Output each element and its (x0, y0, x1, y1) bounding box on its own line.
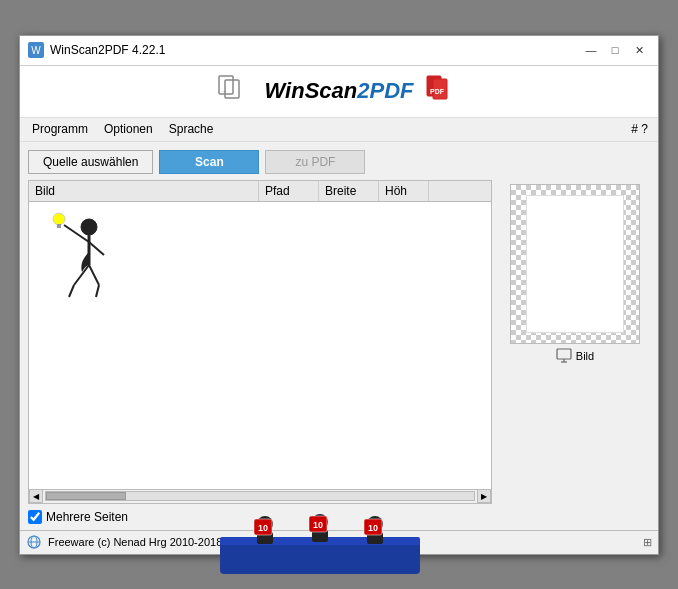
svg-text:PDF: PDF (430, 88, 445, 95)
table-header: Bild Pfad Breite Höh (29, 181, 491, 202)
mehrere-checkbox[interactable] (28, 510, 42, 524)
col-hoehe: Höh (379, 181, 429, 201)
window-title: WinScan2PDF 4.22.1 (50, 43, 580, 57)
pdf-button[interactable]: zu PDF (265, 150, 365, 174)
svg-text:10: 10 (313, 520, 323, 530)
svg-text:10: 10 (258, 523, 268, 533)
scroll-track[interactable] (45, 491, 475, 501)
svg-point-6 (53, 213, 65, 225)
menu-programm[interactable]: Programm (24, 120, 96, 138)
maximize-button[interactable]: □ (604, 41, 626, 59)
svg-line-14 (89, 265, 99, 285)
minimize-button[interactable]: — (580, 41, 602, 59)
window-controls: — □ ✕ (580, 41, 650, 59)
menu-hash[interactable]: # ? (625, 120, 654, 138)
scroll-right-arrow[interactable]: ▶ (477, 489, 491, 503)
preview-paper (526, 195, 624, 333)
scroll-thumb[interactable] (46, 492, 126, 500)
menu-optionen[interactable]: Optionen (96, 120, 161, 138)
table-body (29, 202, 491, 489)
app-icon: W (28, 42, 44, 58)
judges-svg: 10 10 10 (210, 504, 430, 584)
menu-bar: Programm Optionen Sprache # ? (20, 118, 658, 142)
svg-text:10: 10 (368, 523, 378, 533)
svg-text:→: → (221, 88, 228, 95)
logo-icon-right: PDF (425, 74, 461, 109)
preview-box (510, 184, 640, 344)
svg-line-13 (69, 285, 74, 297)
main-window: W WinScan2PDF 4.22.1 — □ ✕ → WinScan2PDF… (19, 35, 659, 555)
logo-text: WinScan2PDF (265, 78, 414, 104)
close-button[interactable]: ✕ (628, 41, 650, 59)
logo-area: → WinScan2PDF PDF (20, 66, 658, 118)
col-bild: Bild (29, 181, 259, 201)
preview-label: Bild (576, 350, 594, 362)
resize-grip[interactable]: ⊞ (643, 536, 652, 549)
col-breite: Breite (319, 181, 379, 201)
scroll-left-arrow[interactable]: ◀ (29, 489, 43, 503)
svg-line-15 (96, 285, 99, 297)
toolbar: Quelle auswählen Scan zu PDF (20, 142, 658, 180)
judges-decoration: 10 10 10 (210, 504, 430, 584)
menu-sprache[interactable]: Sprache (161, 120, 222, 138)
svg-rect-7 (57, 224, 61, 228)
mascot-figure (34, 207, 114, 335)
table-area: Bild Pfad Breite Höh (28, 180, 492, 504)
globe-icon (26, 534, 42, 550)
svg-point-8 (81, 219, 97, 235)
main-content: Bild Pfad Breite Höh (20, 180, 658, 504)
svg-rect-16 (557, 349, 571, 359)
monitor-icon (556, 348, 572, 364)
col-pfad: Pfad (259, 181, 319, 201)
horizontal-scrollbar[interactable]: ◀ ▶ (29, 489, 491, 503)
svg-line-11 (89, 242, 104, 255)
logo-icon-left: → (217, 74, 253, 109)
preview-area: Bild (500, 180, 650, 504)
preview-label-area: Bild (556, 348, 594, 364)
scan-button[interactable]: Scan (159, 150, 259, 174)
title-bar: W WinScan2PDF 4.22.1 — □ ✕ (20, 36, 658, 66)
quelle-button[interactable]: Quelle auswählen (28, 150, 153, 174)
mehrere-label[interactable]: Mehrere Seiten (46, 510, 128, 524)
menu-right: # ? (625, 120, 654, 138)
